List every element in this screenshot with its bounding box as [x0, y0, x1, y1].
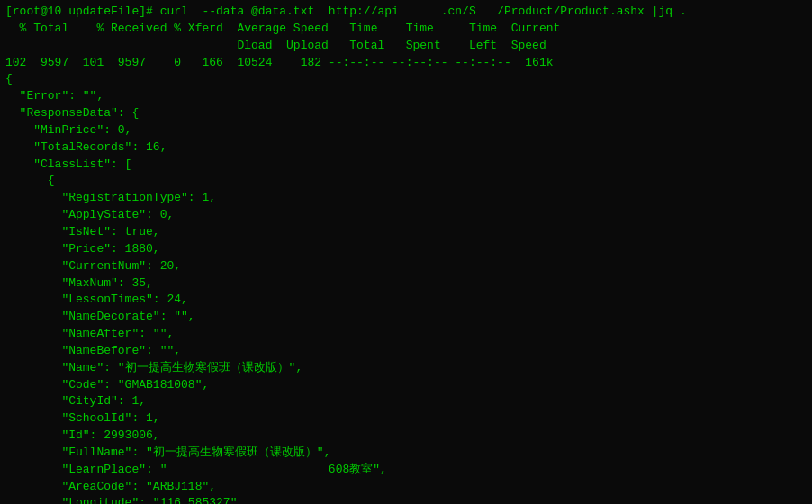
json-name-decorate: "NameDecorate": "",	[5, 309, 807, 326]
curl-progress-data: 102 9597 101 9597 0 166 10524 182 --:--:…	[5, 55, 807, 72]
json-current-num: "CurrentNum": 20,	[5, 258, 807, 275]
json-open-brace: {	[5, 71, 807, 88]
command-line: [root@10 updateFile]# curl --data @data.…	[5, 4, 807, 21]
json-max-num: "MaxNum": 35,	[5, 275, 807, 292]
json-is-net: "IsNet": true,	[5, 224, 807, 241]
json-name: "Name": "初一提高生物寒假班（课改版）",	[5, 360, 807, 377]
json-name-before: "NameBefore": "",	[5, 343, 807, 360]
json-lesson-times: "LessonTimes": 24,	[5, 292, 807, 309]
curl-progress-header1: % Total % Received % Xferd Average Speed…	[5, 21, 807, 38]
json-full-name: "FullName": "初一提高生物寒假班（课改版）",	[5, 445, 807, 462]
json-code: "Code": "GMAB181008",	[5, 377, 807, 394]
json-school-id: "SchoolId": 1,	[5, 410, 807, 428]
terminal-window: [root@10 updateFile]# curl --data @data.…	[0, 0, 812, 504]
json-error: "Error": "",	[5, 88, 807, 105]
json-total-records: "TotalRecords": 16,	[5, 140, 807, 157]
json-longitude: "Longitude": "116.585327",	[5, 495, 807, 504]
curl-progress-header2: Dload Upload Total Spent Left Speed	[5, 38, 807, 55]
json-name-after: "NameAfter": "",	[5, 326, 807, 343]
json-min-price: "MinPrice": 0,	[5, 122, 807, 140]
json-learn-place: "LearnPlace": " 608教室",	[5, 462, 807, 479]
json-open-bracket: {	[5, 173, 807, 190]
json-city-id: "CityId": 1,	[5, 393, 807, 410]
json-class-list: "ClassList": [	[5, 157, 807, 174]
json-registration-type: "RegistrationType": 1,	[5, 190, 807, 207]
json-response-data: "ResponseData": {	[5, 105, 807, 122]
json-price: "Price": 1880,	[5, 241, 807, 258]
json-apply-state: "ApplyState": 0,	[5, 207, 807, 224]
json-id: "Id": 2993006,	[5, 428, 807, 445]
json-area-code: "AreaCode": "ARBJ118",	[5, 479, 807, 496]
